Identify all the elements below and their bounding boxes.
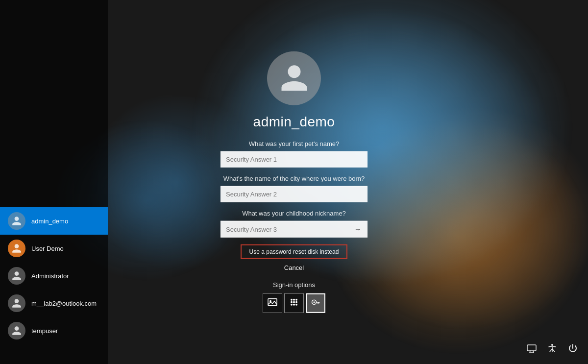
security-answer-2-input[interactable]	[220, 186, 368, 202]
avatar	[8, 240, 25, 257]
signin-options-label: Sign-in options	[273, 281, 315, 289]
username-display: admin_demo	[253, 114, 335, 129]
security-question-1: What was your first pet's name?	[220, 139, 368, 148]
svg-point-6	[293, 301, 295, 303]
sidebar-item-admin-demo[interactable]: admin_demo	[0, 207, 108, 235]
signin-icons-row	[263, 293, 325, 313]
cancel-label: Cancel	[284, 264, 304, 271]
svg-point-3	[293, 298, 295, 300]
security-answer-3-row: →	[220, 221, 368, 238]
submit-button[interactable]: →	[348, 221, 368, 238]
user-list: admin_demo User Demo Administrator m__la…	[0, 0, 108, 364]
picture-password-icon	[268, 297, 277, 309]
sidebar-item-administrator[interactable]: Administrator	[0, 262, 108, 290]
sidebar-item-tempuser[interactable]: tempuser	[0, 317, 108, 344]
arrow-right-icon: →	[354, 225, 361, 233]
sidebar-item-user-demo[interactable]: User Demo	[0, 235, 108, 262]
svg-point-10	[295, 303, 297, 305]
sidebar-username: admin_demo	[31, 218, 68, 225]
security-answer-3-input[interactable]	[220, 221, 348, 238]
login-panel: admin_demo What was your first pet's nam…	[220, 51, 368, 313]
reset-disk-button[interactable]: Use a password reset disk instead	[241, 244, 348, 259]
network-icon[interactable]	[526, 343, 537, 356]
signin-pin-button[interactable]	[284, 293, 304, 313]
security-answer-1-input[interactable]	[220, 151, 368, 167]
security-question-2: What's the name of the city where you we…	[220, 174, 368, 183]
signin-key-button[interactable]	[306, 293, 325, 313]
signin-picture-button[interactable]	[263, 293, 282, 313]
svg-point-12	[314, 301, 315, 303]
svg-point-7	[295, 301, 297, 303]
sidebar-username: User Demo	[31, 245, 64, 252]
user-avatar-large	[267, 51, 321, 105]
avatar	[8, 294, 25, 312]
security-question-3: What was your childhood nickname?	[220, 209, 368, 218]
svg-rect-13	[527, 345, 536, 351]
key-icon	[311, 297, 320, 309]
svg-point-8	[291, 303, 293, 305]
svg-point-14	[551, 344, 553, 346]
sidebar-username: tempuser	[31, 327, 58, 335]
power-icon[interactable]	[567, 343, 578, 356]
reset-disk-label: Use a password reset disk instead	[249, 248, 339, 255]
svg-point-9	[293, 303, 295, 305]
sidebar-username: m__lab2@outlook.com	[31, 300, 97, 307]
security-answer-2-row	[220, 186, 368, 202]
pin-icon	[289, 297, 299, 309]
svg-point-2	[291, 298, 293, 300]
accessibility-icon[interactable]	[547, 343, 558, 356]
avatar	[8, 322, 25, 340]
avatar	[8, 212, 25, 230]
cancel-button[interactable]: Cancel	[284, 264, 304, 271]
system-icons	[526, 343, 578, 356]
security-answer-1-row	[220, 151, 368, 167]
svg-point-5	[291, 301, 293, 303]
svg-point-4	[295, 298, 297, 300]
sidebar-item-mlab2[interactable]: m__lab2@outlook.com	[0, 290, 108, 317]
sidebar-username: Administrator	[31, 272, 69, 280]
avatar	[8, 267, 25, 285]
